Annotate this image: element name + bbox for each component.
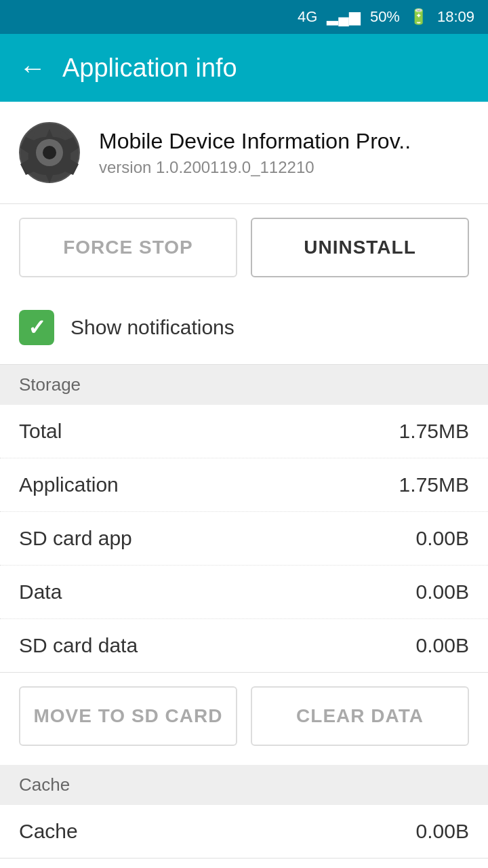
- storage-data-value: 0.00B: [416, 580, 469, 604]
- storage-rows: Total 1.75MB Application 1.75MB SD card …: [0, 405, 488, 672]
- checkmark-icon: ✓: [28, 315, 46, 340]
- table-row: Total 1.75MB: [0, 405, 488, 458]
- cache-rows: Cache 0.00B: [0, 805, 488, 858]
- uninstall-button[interactable]: UNINSTALL: [251, 218, 469, 277]
- signal-strength: ▂▄▆: [327, 8, 361, 26]
- cache-section-header: Cache: [0, 765, 488, 805]
- cache-label: Cache: [19, 820, 78, 843]
- storage-total-value: 1.75MB: [399, 420, 469, 443]
- storage-data-label: Data: [19, 580, 62, 604]
- storage-sdcard-app-value: 0.00B: [416, 527, 469, 550]
- cache-value: 0.00B: [416, 820, 469, 843]
- storage-application-value: 1.75MB: [399, 473, 469, 496]
- app-version: version 1.0.200119.0_112210: [99, 158, 411, 177]
- table-row: Data 0.00B: [0, 566, 488, 619]
- app-details: Mobile Device Information Prov.. version…: [99, 129, 411, 177]
- storage-sdcard-data-value: 0.00B: [416, 634, 469, 657]
- status-bar: 4G ▂▄▆ 50% 🔋 18:09: [0, 0, 488, 34]
- network-indicator: 4G: [298, 8, 317, 26]
- clock: 18:09: [437, 8, 474, 26]
- table-row: Cache 0.00B: [0, 805, 488, 858]
- storage-sdcard-data-label: SD card data: [19, 634, 138, 657]
- storage-action-buttons: MOVE TO SD CARD CLEAR DATA: [0, 672, 488, 765]
- page-title: Application info: [62, 54, 237, 83]
- app-name: Mobile Device Information Prov..: [99, 129, 411, 154]
- app-icon: [19, 122, 80, 183]
- cache-action-buttons: CLEAR CACHE: [0, 858, 488, 868]
- storage-application-label: Application: [19, 473, 119, 496]
- force-stop-button[interactable]: FORCE STOP: [19, 218, 237, 277]
- show-notifications-label: Show notifications: [70, 316, 235, 339]
- clear-data-button[interactable]: CLEAR DATA: [251, 686, 469, 746]
- back-button[interactable]: ←: [19, 53, 46, 83]
- app-header: ← Application info: [0, 34, 488, 102]
- storage-section-header: Storage: [0, 365, 488, 405]
- battery-level: 50%: [370, 8, 400, 26]
- svg-point-13: [43, 146, 56, 159]
- show-notifications-checkbox[interactable]: ✓: [19, 310, 54, 345]
- move-to-sd-button[interactable]: MOVE TO SD CARD: [19, 686, 237, 746]
- notification-row: ✓ Show notifications: [0, 296, 488, 365]
- battery-icon: 🔋: [409, 8, 428, 26]
- table-row: SD card data 0.00B: [0, 619, 488, 672]
- table-row: Application 1.75MB: [0, 458, 488, 512]
- storage-total-label: Total: [19, 420, 62, 443]
- app-info-section: Mobile Device Information Prov.. version…: [0, 102, 488, 204]
- action-buttons-row: FORCE STOP UNINSTALL: [0, 204, 488, 296]
- storage-sdcard-app-label: SD card app: [19, 527, 132, 550]
- table-row: SD card app 0.00B: [0, 512, 488, 566]
